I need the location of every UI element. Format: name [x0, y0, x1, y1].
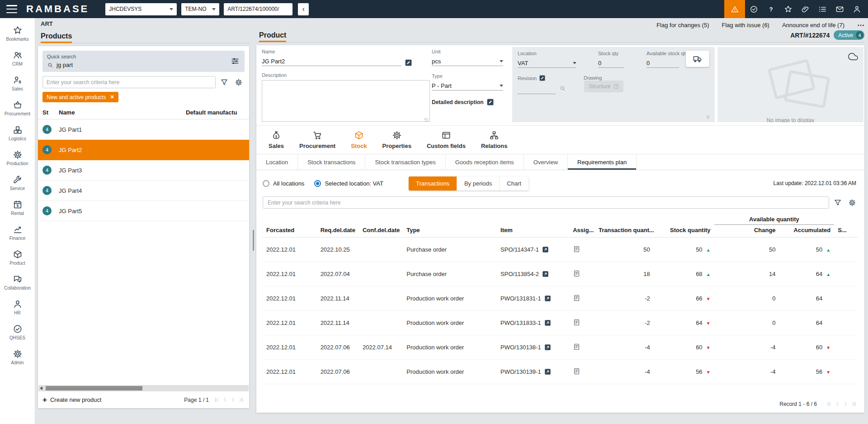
sidebar-item-procurement[interactable]: Procurement: [0, 95, 35, 120]
edit-icon[interactable]: [405, 59, 412, 66]
funnel-icon[interactable]: [218, 76, 230, 88]
sidebar-item-logistics[interactable]: Logistics: [0, 120, 35, 145]
product-row[interactable]: 4 JG Part3: [38, 160, 249, 181]
help-icon[interactable]: ?: [762, 0, 779, 18]
open-document-icon[interactable]: [544, 319, 551, 326]
edit-icon[interactable]: [539, 75, 545, 81]
column-stock-quantity[interactable]: Stock quantity: [654, 225, 714, 238]
product-row[interactable]: 4 JG Part5: [38, 201, 249, 221]
tab-relations[interactable]: Relations: [473, 130, 515, 149]
open-document-icon[interactable]: [544, 295, 551, 302]
cloud-upload-icon[interactable]: [848, 52, 858, 62]
collapse-chevrons-icon[interactable]: [705, 114, 711, 120]
search-icon[interactable]: [559, 85, 566, 92]
assignment-icon[interactable]: [573, 245, 580, 253]
next-page-icon[interactable]: [230, 396, 236, 403]
gear-icon[interactable]: [846, 197, 858, 209]
assignment-icon[interactable]: [573, 270, 580, 277]
menu-icon[interactable]: [6, 5, 17, 13]
structure-button[interactable]: Structure: [584, 81, 623, 92]
sidebar-item-qhses[interactable]: QHSES: [0, 319, 35, 344]
resize-grip-icon[interactable]: [425, 118, 429, 122]
open-document-icon[interactable]: [544, 368, 551, 375]
user-icon[interactable]: [848, 0, 865, 18]
sidebar-item-sales[interactable]: $Sales: [0, 71, 35, 95]
mail-icon[interactable]: [831, 0, 848, 18]
subtab-goods-reception-items[interactable]: Goods reception items: [446, 154, 524, 170]
view-chart-button[interactable]: Chart: [500, 176, 528, 191]
prev-page-icon[interactable]: [834, 400, 841, 407]
sidebar-item-bookmarks[interactable]: Bookmarks: [0, 21, 35, 46]
first-page-icon[interactable]: [213, 396, 220, 403]
funnel-icon[interactable]: [832, 197, 844, 209]
last-page-icon[interactable]: [850, 400, 857, 407]
column-forcasted[interactable]: Forcasted: [263, 225, 317, 238]
description-textarea[interactable]: [262, 80, 430, 122]
tab-custom-fields[interactable]: Custom fields: [419, 130, 473, 149]
paperclip-icon[interactable]: [797, 0, 814, 18]
first-page-icon[interactable]: [826, 400, 833, 407]
tab-procurement[interactable]: Procurement: [292, 130, 343, 149]
view-by-periods-button[interactable]: By periods: [457, 176, 500, 191]
assignment-icon[interactable]: [573, 319, 580, 326]
tab-sales[interactable]: $Sales: [261, 130, 292, 149]
quick-search-box[interactable]: Quick search jg part: [42, 51, 245, 72]
column-change[interactable]: Change: [714, 225, 779, 238]
location-select[interactable]: VAT: [518, 59, 576, 68]
column-transaction-quantity[interactable]: Transaction quant...: [595, 225, 654, 238]
prev-page-icon[interactable]: [222, 396, 228, 403]
table-row[interactable]: 2022.12.01 2022.07.06 2022.07.14 Product…: [263, 335, 858, 360]
open-document-icon[interactable]: [542, 271, 549, 277]
subtab-requirements-plan[interactable]: Requirements plan: [568, 154, 637, 170]
unit-select[interactable]: pcs: [432, 57, 503, 66]
more-options-icon[interactable]: ⋯: [857, 21, 864, 29]
detailed-description-link[interactable]: Detailed description: [432, 99, 494, 105]
product-row[interactable]: 4 JG Part4: [38, 181, 249, 201]
sidebar-item-hr[interactable]: HR: [0, 295, 35, 319]
tab-properties[interactable]: Properties: [375, 130, 419, 149]
back-button[interactable]: ‹: [298, 3, 309, 15]
column-accumulated[interactable]: Accumulated: [779, 225, 835, 238]
column-status[interactable]: S...: [834, 225, 858, 238]
open-document-icon[interactable]: [544, 344, 551, 351]
sidebar-item-admin[interactable]: Admin: [0, 344, 35, 369]
subtab-stock-transaction-types[interactable]: Stock transaction types: [365, 154, 445, 170]
subtab-stock-transactions[interactable]: Stock transactions: [298, 154, 365, 170]
sidebar-item-collaboration[interactable]: Collaboration: [0, 270, 35, 295]
product-row[interactable]: 4 JG Part1: [38, 119, 249, 140]
quick-search-value[interactable]: jg part: [57, 62, 73, 68]
flag-for-changes-link[interactable]: Flag for changes (5): [656, 22, 709, 29]
document-id-input[interactable]: [224, 3, 292, 15]
gear-icon[interactable]: [233, 76, 245, 88]
table-row[interactable]: 2022.12.01 2022.07.04 Purchase order SPO…: [263, 262, 858, 286]
sidebar-item-service[interactable]: Service: [0, 170, 35, 195]
next-page-icon[interactable]: [842, 400, 849, 407]
tab-stock[interactable]: Stock: [343, 130, 374, 149]
table-row[interactable]: 2022.12.01 2022.10.25 Purchase order SPO…: [263, 238, 858, 262]
column-assignment[interactable]: Assig...: [569, 225, 595, 238]
splitter-handle[interactable]: [253, 230, 254, 251]
assignment-icon[interactable]: [573, 367, 580, 375]
tune-filters-icon[interactable]: [230, 56, 240, 66]
last-page-icon[interactable]: [238, 396, 245, 403]
assignment-icon[interactable]: [573, 294, 580, 302]
radio-all-locations[interactable]: All locations: [263, 180, 304, 187]
table-row[interactable]: 2022.12.01 2022.11.14 Production work or…: [263, 311, 858, 335]
alert-triangle-icon[interactable]: [724, 0, 745, 18]
search-input[interactable]: [42, 76, 216, 88]
check-circle-icon[interactable]: [745, 0, 762, 18]
subtab-overview[interactable]: Overview: [524, 154, 568, 170]
sidebar-item-product[interactable]: Product: [0, 245, 35, 270]
sidebar-item-rental[interactable]: $Rental: [0, 195, 35, 220]
column-item[interactable]: Item: [497, 225, 569, 238]
subtab-location[interactable]: Location: [256, 154, 298, 170]
doc-type-select[interactable]: TEM-NO: [181, 3, 219, 15]
assignment-icon[interactable]: [573, 343, 580, 351]
star-icon[interactable]: [779, 0, 797, 18]
edit-icon[interactable]: [487, 99, 494, 105]
filter-chip[interactable]: New and active products ✕: [42, 92, 118, 102]
table-row[interactable]: 2022.12.01 2022.07.06 Production work or…: [263, 360, 858, 384]
search-input[interactable]: [263, 196, 829, 209]
flag-with-issue-link[interactable]: Flag with issue (6): [722, 22, 769, 29]
column-conf-del-date[interactable]: Conf.del.date: [359, 225, 403, 238]
